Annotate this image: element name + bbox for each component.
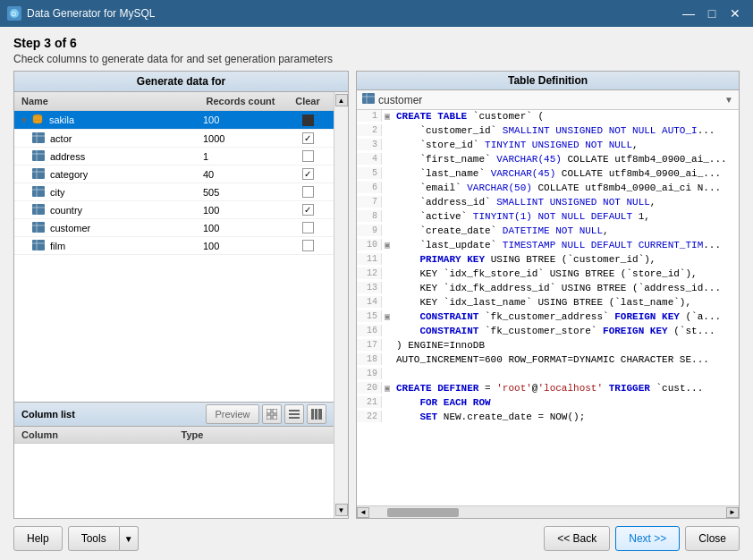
records-value: 100	[203, 223, 219, 233]
clear-checkbox[interactable]	[302, 150, 314, 162]
type-col-header: Type	[174, 427, 334, 443]
svg-rect-28	[267, 415, 271, 420]
table-selector-icon	[362, 93, 375, 106]
close-button[interactable]: Close	[685, 526, 740, 551]
code-line: 2 `customer_id` SMALLINT UNSIGNED NOT NU…	[357, 124, 739, 139]
code-line: 10 ▣ `last_update` TIMESTAMP NULL DEFAUL…	[357, 239, 739, 253]
col-clear-header: Clear	[285, 94, 330, 108]
tree-row[interactable]: category 40	[14, 165, 334, 183]
svg-rect-8	[32, 150, 45, 161]
back-button[interactable]: << Back	[544, 526, 610, 551]
tools-button-group: Tools ▼	[68, 526, 139, 551]
svg-rect-20	[32, 222, 45, 233]
footer: Help Tools ▼ << Back Next >> Close	[13, 519, 740, 551]
records-value: 505	[203, 187, 219, 198]
clear-checkbox[interactable]	[302, 240, 314, 251]
clear-checkbox[interactable]	[302, 132, 314, 144]
db-name: sakila	[49, 115, 74, 125]
step-title: Step 3 of 6	[13, 36, 740, 50]
scroll-controls: ▲ ▼	[334, 92, 348, 518]
db-icon	[31, 113, 44, 127]
svg-point-4	[33, 120, 42, 123]
code-line: 8 `active` TINYINT(1) NOT NULL DEFAULT 1…	[357, 210, 739, 225]
col-records-header: Records count	[196, 94, 285, 108]
table-icon	[32, 150, 45, 163]
code-line: 6 `email` VARCHAR(50) COLLATE utf8mb4_09…	[357, 182, 739, 196]
table-name: city	[50, 187, 65, 198]
svg-rect-27	[273, 409, 277, 413]
column-table-header: Column Type	[14, 427, 334, 444]
clear-checkbox[interactable]	[302, 222, 314, 233]
code-area[interactable]: 1 ▣ CREATE TABLE `customer` ( 2 `custome…	[357, 110, 739, 505]
code-line: 14 KEY `idx_last_name` USING BTREE (`las…	[357, 296, 739, 310]
code-line: 5 `last_name` VARCHAR(45) COLLATE utf8mb…	[357, 167, 739, 182]
scroll-up-btn[interactable]: ▲	[335, 94, 348, 106]
scroll-right-btn[interactable]: ►	[726, 507, 739, 518]
tools-button[interactable]: Tools	[68, 526, 120, 551]
svg-rect-33	[311, 409, 314, 420]
scrollbar-thumb[interactable]	[387, 508, 459, 517]
code-line: 20 ▣ CREATE DEFINER = 'root'@'localhost'…	[357, 382, 739, 396]
svg-rect-30	[289, 410, 300, 412]
table-name: category	[50, 169, 88, 180]
window-title: Data Generator for MySQL	[27, 7, 155, 20]
tools-dropdown-arrow[interactable]: ▼	[120, 526, 139, 551]
right-panel-title: Table Definition	[364, 74, 732, 87]
columns-icon-button[interactable]	[307, 404, 326, 424]
code-line: 16 CONSTRAINT `fk_customer_store` FOREIG…	[357, 325, 739, 339]
tree-row[interactable]: city 505	[14, 183, 334, 201]
clear-checkbox[interactable]	[302, 186, 314, 198]
grid-icon-button[interactable]	[262, 404, 282, 424]
records-value: 1000	[203, 133, 224, 144]
code-line: 1 ▣ CREATE TABLE `customer` (	[357, 110, 739, 124]
preview-button[interactable]: Preview	[206, 404, 259, 424]
close-window-button[interactable]: ✕	[724, 4, 746, 22]
code-line: 15 ▣ CONSTRAINT `fk_customer_address` FO…	[357, 310, 739, 325]
dropdown-arrow-icon[interactable]: ▼	[724, 95, 733, 105]
list-icon-button[interactable]	[284, 404, 304, 424]
help-button[interactable]: Help	[13, 526, 63, 551]
svg-rect-32	[289, 417, 300, 419]
clear-checkbox[interactable]	[302, 115, 314, 126]
tree-row[interactable]: film 100	[14, 237, 334, 255]
horizontal-scrollbar[interactable]: ◄ ►	[357, 505, 739, 518]
table-tree[interactable]: ▼ sakila	[14, 111, 334, 402]
scroll-down-btn[interactable]: ▼	[335, 504, 348, 516]
svg-rect-26	[267, 409, 271, 413]
clear-checkbox[interactable]	[302, 168, 314, 180]
tree-row[interactable]: actor 1000	[14, 130, 334, 148]
footer-left: Help Tools ▼	[13, 526, 139, 551]
right-panel: Table Definition customer ▼ 1 ▣ CREATE T…	[356, 71, 740, 519]
table-selector[interactable]: customer ▼	[357, 90, 739, 110]
next-button[interactable]: Next >>	[615, 526, 680, 551]
scroll-left-btn[interactable]: ◄	[357, 507, 369, 518]
records-value: 100	[203, 205, 219, 216]
table-icon	[32, 240, 45, 252]
footer-right: << Back Next >> Close	[544, 526, 740, 551]
tree-row[interactable]: country 100	[14, 201, 334, 219]
code-line: 19	[357, 368, 739, 382]
tree-row[interactable]: ▼ sakila	[14, 111, 334, 130]
clear-checkbox[interactable]	[302, 204, 314, 216]
column-table: Column Type	[14, 427, 334, 518]
records-value: 1	[203, 151, 208, 162]
step-header: Step 3 of 6 Check columns to generate da…	[13, 36, 740, 65]
tree-row[interactable]: customer 100	[14, 219, 334, 237]
svg-rect-36	[362, 93, 375, 104]
maximize-button[interactable]: □	[701, 4, 723, 22]
tree-row[interactable]: address 1	[14, 148, 334, 165]
svg-rect-34	[315, 409, 317, 420]
code-line: 12 KEY `idx_fk_store_id` USING BTREE (`s…	[357, 267, 739, 282]
svg-rect-31	[289, 413, 300, 415]
content-area: Generate data for Name Records count Cle…	[13, 71, 740, 519]
minimize-button[interactable]: —	[678, 4, 699, 22]
table-name: customer	[50, 223, 90, 233]
column-list-title: Column list	[21, 409, 75, 420]
expand-icon[interactable]: ▼	[20, 115, 29, 125]
tree-header: Name Records count Clear	[14, 92, 334, 111]
svg-rect-23	[32, 240, 45, 250]
column-list-area: Column list Preview	[14, 402, 334, 518]
table-icon	[32, 222, 45, 234]
svg-rect-35	[318, 409, 322, 420]
code-line: 11 PRIMARY KEY USING BTREE (`customer_id…	[357, 253, 739, 267]
